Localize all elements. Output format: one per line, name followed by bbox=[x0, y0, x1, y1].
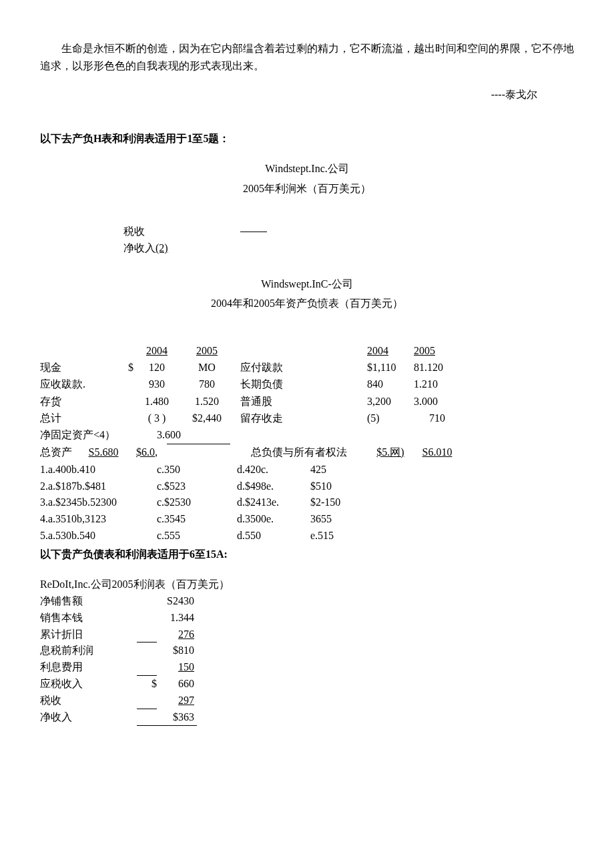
header-2004-left: 2004 bbox=[133, 342, 180, 359]
section-1-header: 以下去产负H表和利润表适用于1至5题： bbox=[40, 130, 574, 147]
inv-2005: 1.520 bbox=[180, 393, 234, 410]
ar-label: 应收跋款. bbox=[40, 376, 113, 392]
total-2005: $2,440 bbox=[180, 410, 234, 426]
tax-value-blank bbox=[240, 223, 267, 232]
cs-label: 普通股 bbox=[234, 393, 367, 410]
cash-2004: 120 bbox=[133, 359, 180, 376]
ltd-2005: 1.210 bbox=[414, 376, 460, 392]
ebit-label: 息税前利润 bbox=[40, 642, 137, 659]
answer-c: c.3545 bbox=[157, 511, 237, 528]
ltd-label: 长期负债 bbox=[234, 376, 367, 392]
answer-a: 2.a.$187b.$481 bbox=[40, 478, 157, 495]
answer-d: d.$2413e. bbox=[237, 494, 310, 511]
redoit-title: ReDoIt,Inc.公司2005利润表（百万美元） bbox=[40, 576, 574, 593]
re-2005: 710 bbox=[414, 410, 460, 426]
answer-c: c.$523 bbox=[157, 478, 237, 495]
net-income-ref: (2) bbox=[156, 240, 168, 257]
ap-2004: $1,110 bbox=[367, 359, 414, 376]
nfa-label: 净固定资产<4） bbox=[40, 426, 157, 443]
tax-val-2: 297 bbox=[157, 693, 197, 709]
ltd-2004: 840 bbox=[367, 376, 414, 392]
windswept-inc-subtitle-2: 2004年和2005年资产负愤表（百万美元） bbox=[40, 295, 574, 312]
balance-sheet-table: 2004 2005 2004 2005 现金 $ 120 MO 应付跋款 $1,… bbox=[40, 342, 574, 460]
answer-list: 1.a.400b.410c.350d.420c.4252.a.$187b.$48… bbox=[40, 462, 574, 544]
answer-row: 3.a.$2345b.52300c.$2530d.$2413e.$2-150 bbox=[40, 494, 574, 511]
windswept-inc-title-1: Windstept.Inc.公司 bbox=[40, 160, 574, 177]
ti-val: 660 bbox=[157, 676, 197, 693]
answer-e: e.515 bbox=[310, 528, 364, 544]
ni-val: $363 bbox=[157, 709, 197, 727]
cogs-label: 销售本钱 bbox=[40, 610, 137, 626]
small-income-block: 税收 净收入(2) bbox=[123, 223, 574, 257]
ebit-val: $810 bbox=[157, 642, 197, 659]
cash-currency: $ bbox=[113, 359, 133, 376]
re-2004: (5) bbox=[367, 410, 414, 426]
answer-e: $2-150 bbox=[310, 494, 364, 511]
windswept-inc-title-2: Windswept.InC-公司 bbox=[40, 276, 574, 293]
answer-c: c.555 bbox=[157, 528, 237, 544]
redoit-income-table: ReDoIt,Inc.公司2005利润表（百万美元） 净铺售额 S2430 销售… bbox=[40, 576, 574, 726]
answer-a: 3.a.$2345b.52300 bbox=[40, 494, 157, 511]
cash-label: 现金 bbox=[40, 359, 113, 376]
tle-label: 总负债与所有者权法 bbox=[230, 444, 367, 460]
ni-label: 净收入 bbox=[40, 709, 137, 727]
tle-2005: S6.010 bbox=[414, 444, 460, 460]
tax-label-2: 税收 bbox=[40, 693, 137, 709]
answer-a: 1.a.400b.410 bbox=[40, 462, 157, 478]
dep-val: 276 bbox=[157, 626, 197, 643]
int-val: 150 bbox=[157, 659, 197, 676]
ti-cur: $ bbox=[137, 676, 157, 693]
answer-a: 5.a.530b.540 bbox=[40, 528, 157, 544]
header-2005-right: 2005 bbox=[414, 342, 460, 359]
ar-2004: 930 bbox=[133, 376, 180, 392]
answer-row: 1.a.400b.410c.350d.420c.425 bbox=[40, 462, 574, 478]
answer-row: 4.a.3510b,3123c.3545d.3500e.3655 bbox=[40, 511, 574, 528]
inv-label: 存货 bbox=[40, 393, 113, 410]
answer-e: $510 bbox=[310, 478, 364, 495]
ta-2005: $6.0, bbox=[127, 444, 167, 460]
nfa-value: 3.600 bbox=[157, 426, 181, 443]
sales-val: S2430 bbox=[157, 593, 197, 610]
ap-2005: 81.120 bbox=[414, 359, 460, 376]
answer-e: 425 bbox=[310, 462, 364, 478]
windswept-inc-subtitle-1: 2005年利涧米（百万美元） bbox=[40, 180, 574, 197]
inv-2004: 1.480 bbox=[133, 393, 180, 410]
answer-c: c.350 bbox=[157, 462, 237, 478]
net-income-label: 净收入 bbox=[123, 240, 156, 257]
answer-e: 3655 bbox=[310, 511, 364, 528]
ar-2005: 780 bbox=[180, 376, 234, 392]
header-2005-left: 2005 bbox=[180, 342, 234, 359]
answer-d: d.$498e. bbox=[237, 478, 310, 495]
answer-d: d.3500e. bbox=[237, 511, 310, 528]
answer-d: d.550 bbox=[237, 528, 310, 544]
cogs-val: 1.344 bbox=[157, 610, 197, 626]
ta-2004: S5.680 bbox=[80, 444, 127, 460]
int-label: 利息费用 bbox=[40, 659, 137, 676]
tle-2004: $5.网) bbox=[367, 444, 414, 460]
author-attribution: ----泰戈尔 bbox=[40, 86, 537, 103]
cs-2004: 3,200 bbox=[367, 393, 414, 410]
ti-label: 应税收入 bbox=[40, 676, 137, 693]
sales-label: 净铺售额 bbox=[40, 593, 137, 610]
cs-2005: 3.000 bbox=[414, 393, 460, 410]
total-2004: ( 3 ) bbox=[133, 410, 180, 426]
ap-label: 应付跋款 bbox=[234, 359, 367, 376]
answer-c: c.$2530 bbox=[157, 494, 237, 511]
dep-label: 累计折旧 bbox=[40, 626, 137, 643]
intro-paragraph: 生命是永恒不断的创造，因为在它内部缊含着若过剩的精力，它不断流溢，越出时间和空间… bbox=[40, 40, 574, 74]
section-2-header: 以下贵产负债表和利润表适用于6至15A: bbox=[40, 546, 574, 563]
answer-d: d.420c. bbox=[237, 462, 310, 478]
answer-row: 5.a.530b.540c.555d.550e.515 bbox=[40, 528, 574, 544]
tax-label: 税收 bbox=[123, 223, 240, 240]
cash-2005: MO bbox=[180, 359, 234, 376]
answer-a: 4.a.3510b,3123 bbox=[40, 511, 157, 528]
total-label: 总计 bbox=[40, 410, 113, 426]
answer-row: 2.a.$187b.$481c.$523d.$498e.$510 bbox=[40, 478, 574, 495]
ta-label: 总资产 bbox=[40, 444, 80, 460]
re-label: 留存收走 bbox=[234, 410, 367, 426]
header-2004-right: 2004 bbox=[367, 342, 414, 359]
